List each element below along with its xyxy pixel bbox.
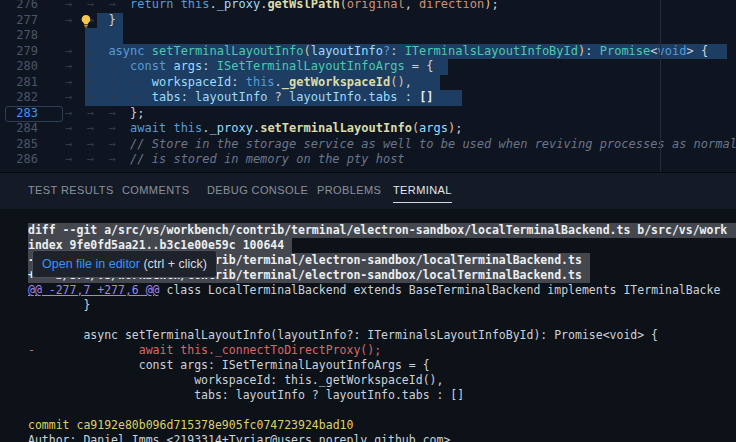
terminal-line: diff --git a/src/vs/workbench/contrib/te… xyxy=(28,223,736,238)
tab-arrow-icon: → xyxy=(65,44,87,60)
code-token: ( xyxy=(340,0,347,11)
code-line-279[interactable]: 279→→async setTerminalLayoutInfo(layoutI… xyxy=(0,44,736,60)
line-number[interactable]: 279 xyxy=(0,44,38,60)
tab-arrow-icon: → xyxy=(65,152,87,168)
tooltip-open-file-link[interactable]: Open file in editor xyxy=(42,257,140,271)
panel-tab-test-results[interactable]: TEST RESULTS xyxy=(28,184,114,196)
tab-arrow-icon: → xyxy=(108,59,130,75)
code-token: this xyxy=(246,75,275,89)
line-number[interactable]: 277 xyxy=(0,13,38,29)
code-token: async xyxy=(108,44,151,58)
tab-arrow-icon: → xyxy=(108,137,130,153)
tab-arrow-icon: → xyxy=(65,75,87,91)
code-line-284[interactable]: 284→→→await this._proxy.setTerminalLayou… xyxy=(0,121,736,137)
panel-tab-bar: TEST RESULTSCOMMENTSDEBUG CONSOLEPROBLEM… xyxy=(0,173,736,209)
code-token: setTerminalLayoutInfo xyxy=(260,121,412,135)
code-text: →→async setTerminalLayoutInfo(layoutInfo… xyxy=(65,44,708,60)
tab-arrow-icon: → xyxy=(87,44,109,60)
code-token: ; xyxy=(455,121,462,135)
panel-tab-problems[interactable]: PROBLEMS xyxy=(317,184,381,196)
code-text: →→→→tabs: layoutInfo ? layoutInfo.tabs :… xyxy=(65,90,434,106)
code-token: getWslPath xyxy=(267,0,339,11)
line-number[interactable]: 276 xyxy=(0,0,38,13)
code-token: void xyxy=(658,44,687,58)
code-token: : xyxy=(181,90,195,104)
terminal-text: } xyxy=(28,298,90,312)
panel-tab-debug-console[interactable]: DEBUG CONSOLE xyxy=(207,184,308,196)
terminal-text: commit ca9192e80b096d715378e905fc0747239… xyxy=(28,418,353,432)
code-token: { xyxy=(701,44,708,58)
code-line-280[interactable]: 280→→→const args: ISetTerminalLayoutInfo… xyxy=(0,59,736,75)
line-number[interactable]: 280 xyxy=(0,59,38,75)
panel-tab-comments[interactable]: COMMENTS xyxy=(122,184,189,196)
terminal-text: async setTerminalLayoutInfo(layoutInfo?:… xyxy=(28,328,658,342)
code-token: : xyxy=(585,44,599,58)
code-token: direction xyxy=(419,0,484,11)
code-token: ITerminalsLayoutInfoById xyxy=(405,44,578,58)
code-line-283[interactable]: 283→→→}; xyxy=(0,106,736,122)
code-token: Promise xyxy=(600,44,651,58)
line-number[interactable]: 281 xyxy=(0,75,38,91)
line-number[interactable]: 278 xyxy=(0,28,38,44)
code-line-282[interactable]: 282→→→→tabs: layoutInfo ? layoutInfo.tab… xyxy=(0,90,736,106)
terminal-line: const args: ISetTerminalLayoutInfoArgs =… xyxy=(28,358,736,373)
terminal-file-link[interactable]: @@ -277,7 +277,6 @@ xyxy=(28,283,160,297)
terminal-line: Author: Daniel Imms <2193314+Tyriar@user… xyxy=(28,433,736,442)
code-token: . xyxy=(210,0,217,11)
line-number[interactable]: 285 xyxy=(0,137,38,153)
code-token: return xyxy=(130,0,181,11)
code-token: this xyxy=(173,121,202,135)
code-token: }; xyxy=(130,106,144,120)
code-token: > xyxy=(686,44,700,58)
code-token: setTerminalLayoutInfo xyxy=(152,44,304,58)
lightbulb-icon[interactable] xyxy=(79,14,93,28)
code-text: →→→const args: ISetTerminalLayoutInfoArg… xyxy=(65,59,434,75)
terminal-file-link[interactable]: diff --git a/src/vs/workbench/contrib/te… xyxy=(28,223,727,237)
code-text: →→→// Store in the storage service as we… xyxy=(65,137,736,153)
editor-ruler xyxy=(660,0,661,172)
code-token: tabs xyxy=(369,90,398,104)
line-number[interactable]: 282 xyxy=(0,90,38,106)
code-token: // is stored in memory on the pty host xyxy=(130,152,405,166)
line-number[interactable]: 283 xyxy=(0,106,38,122)
code-token: [] xyxy=(419,90,433,104)
code-token: : xyxy=(397,90,419,104)
code-line-277[interactable]: 277→→} xyxy=(0,13,736,29)
tab-arrow-icon: → xyxy=(87,152,109,168)
line-number[interactable]: 284 xyxy=(0,121,38,137)
code-token: original xyxy=(347,0,405,11)
code-token: : xyxy=(390,44,404,58)
terminal-line: commit ca9192e80b096d715378e905fc0747239… xyxy=(28,418,736,433)
tab-arrow-icon: → xyxy=(108,90,130,106)
code-token: _proxy xyxy=(217,0,260,11)
tab-arrow-icon: → xyxy=(108,75,130,91)
code-token: = xyxy=(405,59,427,73)
code-token: workspaceId xyxy=(152,75,231,89)
terminal-text: workspaceId: this._getWorkspaceId(), xyxy=(28,373,443,387)
terminal-line: } xyxy=(28,298,736,313)
tab-arrow-icon: → xyxy=(87,106,109,122)
vscode-window: 276→→→return this._proxy.getWslPath(orig… xyxy=(0,0,736,442)
tab-arrow-icon: → xyxy=(65,106,87,122)
editor-pane[interactable]: 276→→→return this._proxy.getWslPath(orig… xyxy=(0,0,736,172)
panel-tab-terminal[interactable]: TERMINAL xyxy=(393,184,452,196)
code-text: →→→return this._proxy.getWslPath(origina… xyxy=(65,0,499,13)
code-token: , xyxy=(405,75,412,89)
code-token: ? xyxy=(267,90,289,104)
code-token: { xyxy=(426,59,433,73)
code-token: < xyxy=(650,44,657,58)
tab-arrow-icon: → xyxy=(108,152,130,168)
line-number[interactable]: 286 xyxy=(0,152,38,168)
code-line-278[interactable]: 278 xyxy=(0,28,736,44)
tab-arrow-icon: → xyxy=(87,90,109,106)
terminal-line: @@ -277,7 +277,6 @@ class LocalTerminalB… xyxy=(28,283,736,298)
code-line-276[interactable]: 276→→→return this._proxy.getWslPath(orig… xyxy=(0,0,736,13)
code-token: _proxy xyxy=(210,121,253,135)
tab-arrow-icon: → xyxy=(108,0,130,13)
code-line-286[interactable]: 286→→→// is stored in memory on the pty … xyxy=(0,152,736,168)
code-token: _getWorkspaceId xyxy=(282,75,390,89)
code-line-281[interactable]: 281→→→→workspaceId: this._getWorkspaceId… xyxy=(0,75,736,91)
tab-arrow-icon: → xyxy=(130,75,152,91)
code-token: ISetTerminalLayoutInfoArgs xyxy=(217,59,405,73)
code-line-285[interactable]: 285→→→// Store in the storage service as… xyxy=(0,137,736,153)
